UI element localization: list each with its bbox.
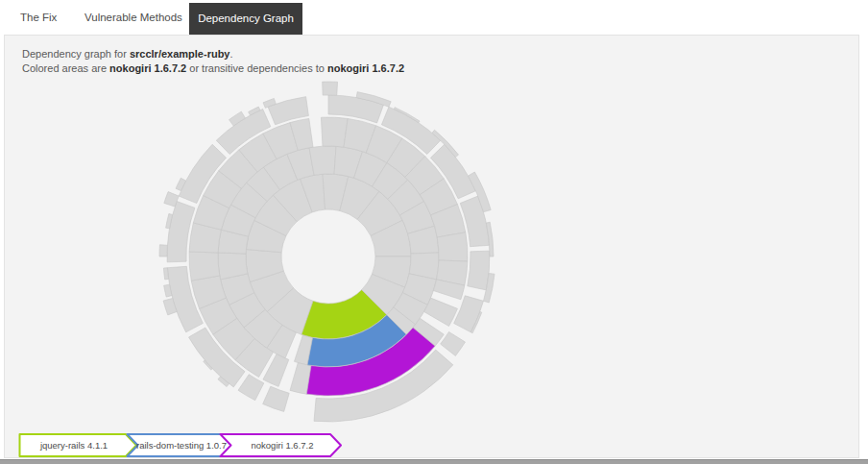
window-bottom-scrollbar[interactable] [0, 459, 868, 464]
breadcrumb-rails-dom-testing-label: rails-dom-testing 1.0.7 [136, 440, 227, 451]
breadcrumb-jquery-rails[interactable]: jquery-rails 4.1.1 [18, 432, 140, 458]
dependency-sunburst-chart[interactable] [0, 0, 868, 464]
breadcrumb-nokogiri[interactable]: nokogiri 1.6.7.2 [219, 432, 344, 458]
sunburst-segment[interactable] [441, 331, 466, 355]
sunburst-segment[interactable] [321, 117, 348, 147]
sunburst-segment[interactable] [309, 146, 336, 175]
sunburst-segment[interactable] [468, 251, 490, 290]
breadcrumb-nokogiri-label: nokogiri 1.6.7.2 [252, 440, 314, 451]
sunburst-segment[interactable] [323, 82, 338, 95]
sunburst-segment[interactable] [437, 232, 468, 261]
breadcrumb-jquery-rails-label: jquery-rails 4.1.1 [39, 440, 108, 451]
sunburst-segment[interactable] [163, 268, 168, 280]
sunburst-segment[interactable] [238, 375, 264, 401]
sunburst-segment[interactable] [263, 386, 290, 411]
sunburst-segment[interactable] [189, 252, 220, 281]
sunburst-segment[interactable] [424, 298, 458, 326]
sunburst-segment[interactable] [159, 245, 167, 256]
